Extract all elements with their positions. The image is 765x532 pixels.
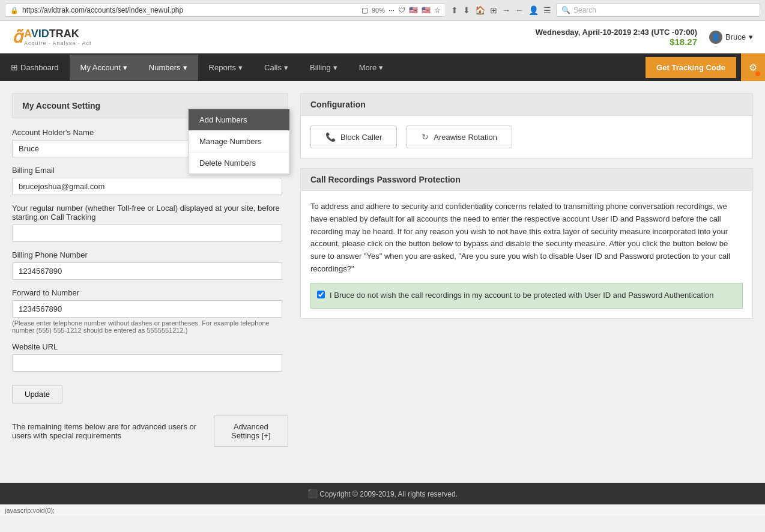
profile-icon[interactable]: 👤 — [528, 5, 539, 15]
grid-icon[interactable]: ⊞ — [490, 5, 497, 15]
website-url-input[interactable] — [12, 354, 282, 372]
manage-numbers-label: Manage Numbers — [199, 137, 261, 146]
forward-number-hint: (Please enter telephone number without d… — [12, 319, 282, 334]
billing-email-input[interactable] — [12, 178, 282, 195]
footer-icon: ⬛ — [307, 489, 318, 498]
back-icon[interactable]: ← — [515, 5, 524, 15]
page-header: ɑ̃ AVIDTRAK Acquire · Analyse · Act Wedn… — [0, 21, 765, 53]
areawise-rotation-button[interactable]: ↻ Areawise Rotation — [407, 125, 512, 148]
download-icon[interactable]: ⬇ — [463, 5, 470, 15]
search-icon: 🔍 — [561, 6, 570, 14]
menu-icon[interactable]: ☰ — [543, 5, 551, 15]
upload-icon[interactable]: ⬆ — [451, 5, 458, 15]
dashboard-icon: ⊞ — [11, 62, 18, 72]
reports-label: Reports — [209, 63, 237, 72]
block-caller-label: Block Caller — [340, 133, 382, 142]
website-url-group: Website URL — [12, 342, 288, 372]
billing-phone-input[interactable] — [12, 262, 282, 280]
calls-label: Calls — [264, 63, 282, 72]
right-panel: Configuration 📞 Block Caller ↻ Areawise … — [300, 93, 753, 459]
recordings-box: Call Recordings Password Protection To a… — [300, 168, 753, 319]
website-url-label: Website URL — [12, 342, 288, 351]
recordings-description: To address and adhere to security and co… — [310, 201, 743, 276]
page-footer: ⬛ Copyright © 2009-2019, All rights rese… — [0, 483, 765, 504]
datetime: Wednesday, April-10-2019 2:43 (UTC -07:0… — [536, 28, 697, 37]
numbers-chevron: ▾ — [183, 63, 187, 72]
recordings-checkbox[interactable] — [317, 291, 325, 298]
address-bar[interactable]: 🔒 https://avidtrak.com/accounts/set/inde… — [5, 4, 446, 17]
nav-dashboard[interactable]: ⊞ Dashboard — [0, 54, 70, 80]
header-info: Wednesday, April-10-2019 2:43 (UTC -07:0… — [536, 28, 697, 47]
avatar: 👤 — [709, 31, 722, 44]
calls-chevron: ▾ — [284, 63, 288, 72]
browser-search-bar[interactable]: 🔍 Search — [556, 4, 760, 17]
more-icon: ··· — [389, 6, 395, 14]
browser-chrome: 🔒 https://avidtrak.com/accounts/set/inde… — [0, 0, 765, 21]
regular-number-label: Your regular number (whether Toll-free o… — [12, 204, 288, 222]
numbers-label: Numbers — [149, 63, 181, 72]
more-chevron: ▾ — [379, 63, 383, 72]
get-tracking-code-button[interactable]: Get Tracking Code — [646, 57, 736, 78]
regular-number-input[interactable] — [12, 225, 282, 242]
forward-number-label: Forward to Number — [12, 288, 288, 297]
forward-number-input[interactable] — [12, 300, 282, 318]
copyright-text: Copyright © 2009-2019, All rights reserv… — [319, 490, 458, 498]
advanced-text: The remaining items below are for advanc… — [12, 422, 214, 440]
nav-my-account[interactable]: My Account ▾ — [70, 55, 138, 80]
browser-toolbar: ⬆ ⬇ 🏠 ⊞ → ← 👤 ☰ — [451, 5, 551, 15]
flag-icon2: 🇺🇸 — [422, 6, 431, 14]
nav-calls[interactable]: Calls ▾ — [253, 55, 299, 80]
config-buttons-area: 📞 Block Caller ↻ Areawise Rotation — [301, 116, 752, 158]
billing-phone-group: Billing Phone Number — [12, 250, 288, 280]
nav-more[interactable]: More ▾ — [348, 55, 395, 80]
rotation-icon: ↻ — [422, 132, 429, 142]
configuration-title: Configuration — [301, 94, 752, 116]
gear-button[interactable]: ⚙ — [741, 53, 765, 81]
dropdown-add-numbers[interactable]: Add Numbers — [189, 109, 289, 131]
my-account-chevron: ▾ — [123, 63, 127, 72]
areawise-label: Areawise Rotation — [434, 133, 497, 142]
nav-bar: ⊞ Dashboard My Account ▾ Numbers ▾ Repor… — [0, 53, 765, 81]
update-button[interactable]: Update — [12, 385, 62, 404]
recordings-checkbox-row: I Bruce do not wish the call recordings … — [310, 283, 743, 309]
zoom-level: 90% — [372, 7, 385, 14]
search-placeholder: Search — [573, 6, 596, 14]
nav-billing[interactable]: Billing ▾ — [299, 55, 348, 80]
notification-dot — [755, 71, 760, 76]
status-text: javascrip:void(0); — [5, 507, 55, 514]
forward-number-group: Forward to Number (Please enter telephon… — [12, 288, 288, 334]
configuration-box: Configuration 📞 Block Caller ↻ Areawise … — [300, 93, 753, 159]
add-numbers-label: Add Numbers — [199, 115, 247, 124]
numbers-dropdown: Add Numbers Manage Numbers Delete Number… — [188, 109, 290, 174]
shield-icon: 🛡 — [398, 6, 405, 14]
billing-chevron: ▾ — [333, 63, 337, 72]
chevron-down-icon: ▾ — [749, 32, 753, 41]
flag-us-icon: 🇺🇸 — [409, 6, 418, 14]
dashboard-label: Dashboard — [20, 63, 59, 72]
recordings-checkbox-label: I Bruce do not wish the call recordings … — [330, 289, 714, 302]
dropdown-delete-numbers[interactable]: Delete Numbers — [189, 153, 289, 174]
nav-numbers[interactable]: Numbers ▾ — [138, 55, 198, 80]
forward-icon[interactable]: → — [502, 5, 510, 15]
lock-icon: 🔒 — [10, 7, 19, 14]
advanced-settings-button[interactable]: Advanced Settings [+] — [214, 416, 288, 447]
recordings-body: To address and adhere to security and co… — [301, 191, 752, 318]
block-caller-button[interactable]: 📞 Block Caller — [310, 125, 397, 148]
logo-text: AVIDTRAK — [24, 28, 92, 40]
delete-numbers-label: Delete Numbers — [199, 159, 256, 168]
billing-label: Billing — [310, 63, 331, 72]
nav-reports[interactable]: Reports ▾ — [198, 55, 254, 80]
home-icon[interactable]: 🏠 — [475, 5, 485, 15]
more-label: More — [359, 63, 377, 72]
my-account-label: My Account — [80, 63, 121, 72]
advanced-settings-row: The remaining items below are for advanc… — [12, 404, 288, 459]
nav-right-area: Get Tracking Code ⚙ — [641, 53, 765, 81]
dropdown-manage-numbers[interactable]: Manage Numbers — [189, 131, 289, 153]
billing-phone-label: Billing Phone Number — [12, 250, 288, 259]
main-content: My Account Setting Account Holder's Name… — [0, 81, 765, 471]
balance: $18.27 — [536, 37, 697, 47]
star-icon: ☆ — [434, 6, 441, 14]
recordings-title: Call Recordings Password Protection — [301, 169, 752, 191]
user-menu[interactable]: 👤 Bruce ▾ — [709, 31, 753, 44]
status-bar: javascrip:void(0); — [0, 504, 765, 516]
